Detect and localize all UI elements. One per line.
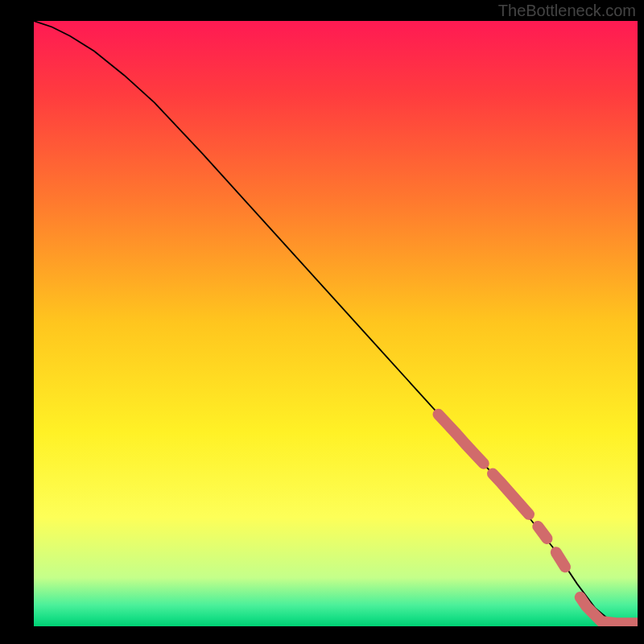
chart-svg [34, 21, 638, 626]
watermark-text: TheBottleneck.com [498, 2, 636, 20]
chart-plot-area [34, 21, 638, 626]
chart-frame: TheBottleneck.com [0, 0, 644, 644]
highlight-marker-segment [538, 526, 547, 539]
highlight-marker-segment [556, 552, 565, 567]
